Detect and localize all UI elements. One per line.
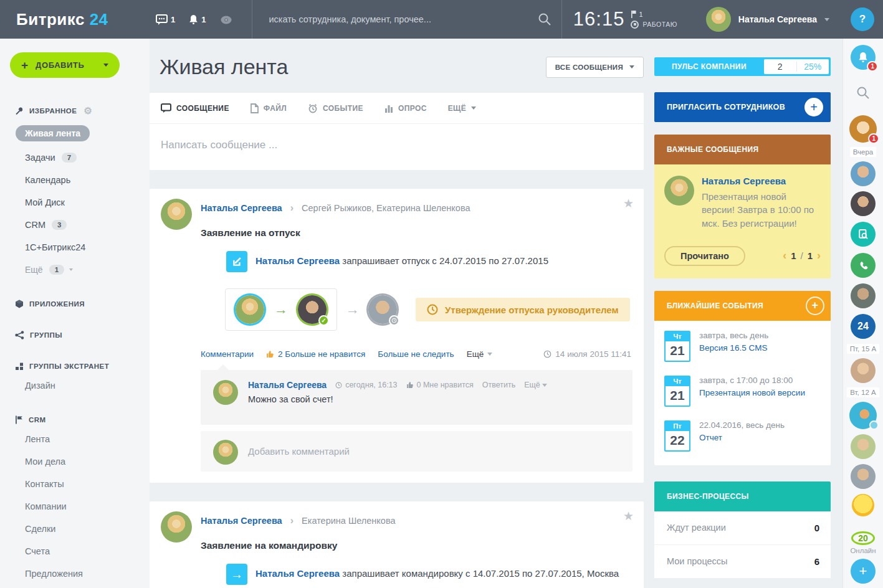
calendar-weekday: Чт: [666, 377, 689, 386]
tab-message[interactable]: СООБЩЕНИЕ: [161, 103, 229, 113]
rail-contact-avatar[interactable]: [851, 358, 876, 383]
online-counter[interactable]: 20: [851, 531, 875, 545]
sidebar-item-design[interactable]: Дизайн: [25, 374, 150, 397]
post-title[interactable]: Заявление на командировку: [201, 540, 632, 551]
post-recipients[interactable]: Сергей Рыжиков, Екатерина Шеленкова: [302, 203, 470, 213]
event-item: Чт 21 завтра, весь день Версия 16.5 CMS: [664, 331, 821, 362]
rail-search-button[interactable]: [851, 83, 876, 102]
sidebar-item-more[interactable]: Ещё 1: [25, 258, 150, 281]
help-button[interactable]: ?: [851, 7, 874, 31]
user-avatar[interactable]: [706, 7, 731, 32]
logo[interactable]: Битрикс 24: [0, 10, 150, 29]
next-page-icon[interactable]: ›: [817, 249, 821, 262]
rail-contact-avatar[interactable]: [851, 161, 876, 186]
post-more-link[interactable]: Ещё: [467, 349, 493, 359]
rail-contact-avatar[interactable]: 1: [849, 115, 877, 143]
rail-contact-avatar[interactable]: [851, 434, 876, 459]
important-message-text: Презентация новой версии! Завтра в 10:00…: [702, 190, 821, 230]
add-comment-input[interactable]: Добавить комментарий: [201, 431, 632, 472]
rail-bitrix24-contact[interactable]: 24: [851, 314, 876, 339]
sidebar-item-my-drive[interactable]: Мой Диск: [25, 191, 150, 214]
notifications-button[interactable]: 1: [189, 14, 206, 25]
important-author-link[interactable]: Наталья Сергеева: [702, 176, 821, 186]
tab-more[interactable]: ЕЩЁ: [448, 104, 476, 113]
crm-section-header[interactable]: CRM: [15, 415, 150, 424]
prev-page-icon[interactable]: ‹: [783, 249, 786, 262]
rail-notifications-button[interactable]: 1: [851, 45, 876, 70]
company-pulse-widget[interactable]: ПУЛЬС КОМПАНИИ 2 25%: [654, 57, 831, 76]
rail-call-button[interactable]: [851, 253, 876, 278]
worktime-widget[interactable]: 16:15 1 РАБОТАЮ: [562, 8, 694, 31]
alarm-clock-icon: [308, 103, 318, 113]
tab-file[interactable]: ФАЙЛ: [251, 103, 287, 113]
groups-section-header[interactable]: ГРУППЫ: [15, 331, 150, 339]
rail-contact-avatar[interactable]: [851, 464, 876, 489]
post-recipients[interactable]: Екатерина Шеленкова: [302, 516, 395, 526]
sidebar-item-companies[interactable]: Компании: [25, 495, 150, 518]
add-event-button[interactable]: +: [806, 296, 824, 315]
post-author-avatar[interactable]: [161, 511, 192, 543]
event-link[interactable]: Версия 16.5 CMS: [699, 343, 768, 354]
sidebar-item-feed[interactable]: Лента: [25, 428, 150, 450]
sidebar-item-crm[interactable]: CRM 3: [25, 214, 150, 236]
rail-contact-avatar[interactable]: [849, 402, 877, 429]
unfollow-link[interactable]: Больше не следить: [378, 349, 454, 359]
rail-add-button[interactable]: +: [851, 559, 876, 584]
post-author-avatar[interactable]: [161, 199, 192, 230]
rail-contact-avatar[interactable]: [852, 494, 874, 516]
vacation-request-icon: [226, 251, 247, 272]
important-author-avatar[interactable]: [664, 176, 694, 206]
mark-read-button[interactable]: Прочитано: [664, 246, 745, 266]
sidebar-item-quotes[interactable]: Предложения: [25, 562, 150, 585]
body-author-link[interactable]: Наталья Сергеева: [255, 568, 340, 579]
chat-button[interactable]: 1: [156, 14, 175, 25]
extranet-section-header[interactable]: ГРУППЫ ЭКСТРАНЕТ: [15, 362, 150, 371]
event-link[interactable]: Отчет: [699, 432, 785, 443]
comment-reply-link[interactable]: Ответить: [482, 381, 515, 389]
flag-row: 1: [631, 11, 677, 18]
feed-filter-button[interactable]: ВСЕ СООБЩЕНИЯ: [546, 57, 644, 78]
sidebar-item-contacts[interactable]: Контакты: [25, 473, 150, 495]
processes-row-mine[interactable]: Мои процессы 6: [654, 545, 831, 579]
rail-contact-avatar[interactable]: [851, 191, 876, 216]
post-author-link[interactable]: Наталья Сергеева: [201, 516, 282, 526]
search-icon[interactable]: [538, 12, 551, 26]
sidebar-item-invoices[interactable]: Счета: [25, 540, 150, 562]
star-icon[interactable]: ★: [623, 509, 634, 523]
post-author-link[interactable]: Наталья Сергеева: [201, 203, 282, 213]
desktop-app-button[interactable]: [219, 14, 233, 24]
comment-like-label: 0 Мне нравится: [417, 381, 474, 389]
comment-author-avatar[interactable]: [213, 380, 238, 405]
gear-icon[interactable]: ⚙: [84, 105, 92, 116]
comments-link[interactable]: Комментарии: [201, 349, 254, 359]
tab-poll[interactable]: ОПРОС: [384, 104, 427, 113]
sidebar-item-deals[interactable]: Сделки: [25, 518, 150, 540]
pulse-stats: 2 25%: [764, 59, 829, 74]
comment-more-link[interactable]: Ещё: [524, 381, 547, 389]
like-link[interactable]: 2 Больше не нравится: [266, 349, 365, 359]
message-composer-input[interactable]: Написать сообщение ...: [150, 124, 644, 170]
sidebar-item-calendar[interactable]: Календарь: [25, 169, 150, 191]
status-label: РАБОТАЮ: [642, 21, 677, 28]
search-input[interactable]: [269, 14, 537, 24]
star-icon[interactable]: ★: [623, 196, 634, 211]
add-button[interactable]: + ДОБАВИТЬ: [10, 52, 120, 78]
post-title[interactable]: Заявление на отпуск: [201, 227, 632, 239]
user-menu[interactable]: Наталья Сергеева: [694, 7, 842, 32]
apps-section-header[interactable]: ПРИЛОЖЕНИЯ: [15, 300, 150, 308]
sidebar-item-label: Контакты: [25, 479, 64, 489]
event-link[interactable]: Презентация новой версии: [699, 387, 805, 399]
sidebar-item-1c-bitrix[interactable]: 1С+Битрикс24: [25, 236, 150, 258]
comment-like-link[interactable]: 0 Мне нравится: [406, 381, 474, 389]
rail-doc-search-button[interactable]: [851, 222, 876, 247]
sidebar-item-live-feed[interactable]: Живая лента: [25, 120, 150, 146]
tab-event[interactable]: СОБЫТИЕ: [308, 103, 363, 113]
sidebar-item-my-activities[interactable]: Мои дела: [25, 450, 150, 473]
invite-employees-button[interactable]: ПРИГЛАСИТЬ СОТРУДНИКОВ +: [654, 92, 831, 122]
comment-author-link[interactable]: Наталья Сергеева: [248, 380, 327, 390]
sidebar-item-tasks[interactable]: Задачи 7: [25, 146, 150, 169]
rail-contact-avatar[interactable]: [851, 283, 876, 308]
processes-row-awaiting[interactable]: Ждут реакции 0: [654, 511, 831, 545]
sidebar-item-leads[interactable]: Лиды: [25, 585, 150, 588]
body-author-link[interactable]: Наталья Сергеева: [255, 255, 340, 266]
